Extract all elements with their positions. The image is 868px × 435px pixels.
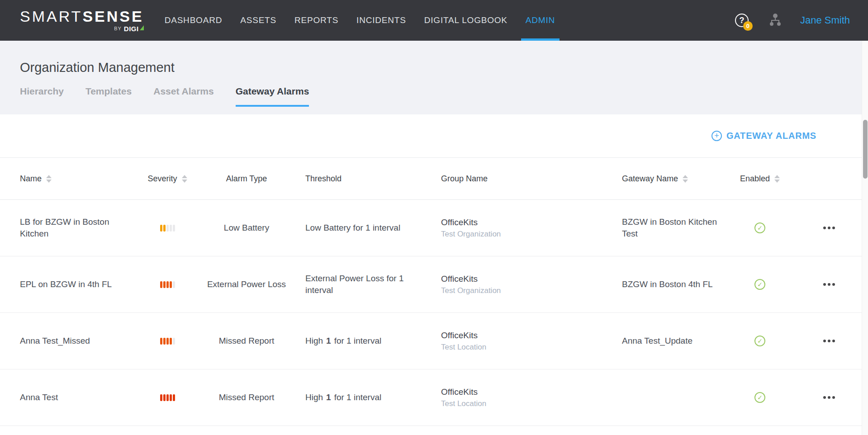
gateway-alarms-table: Name Severity Alarm Type Threshold Group… — [0, 157, 868, 426]
column-header-enabled[interactable]: Enabled — [724, 174, 796, 184]
navbar-right: ? 0 Jane Smith — [735, 13, 850, 28]
page-header: Organization Management Hierarchy Templa… — [0, 41, 868, 114]
enabled-check-icon: ✓ — [754, 279, 765, 290]
group-name: OfficeKits Test Location — [425, 330, 606, 352]
tab-gateway-alarms[interactable]: Gateway Alarms — [236, 86, 309, 107]
smartsense-logo[interactable]: SMARTSENSE BY DIGI — [20, 9, 144, 33]
column-label: Alarm Type — [226, 174, 267, 184]
nav-item-digital-logbook[interactable]: DIGITAL LOGBOOK — [424, 0, 508, 41]
alarm-type: Low Battery — [204, 222, 289, 234]
alarm-name: Anna Test_Missed — [20, 335, 131, 347]
column-label: Name — [20, 174, 42, 184]
column-header-severity[interactable]: Severity — [131, 174, 204, 184]
column-label: Gateway Name — [622, 174, 678, 184]
nav-item-reports[interactable]: REPORTS — [294, 0, 338, 41]
threshold: External Power Loss for 1 interval — [289, 273, 425, 296]
digi-flag-icon — [140, 25, 144, 30]
threshold: Low Battery for 1 interval — [289, 222, 425, 234]
enabled-check-icon: ✓ — [754, 392, 765, 403]
severity-indicator — [160, 281, 175, 288]
table-row: LB for BZGW in Boston Kitchen Low Batter… — [0, 200, 868, 256]
plus-circle-icon: + — [711, 131, 722, 141]
help-button[interactable]: ? 0 — [735, 14, 749, 27]
row-actions-menu-button[interactable] — [821, 337, 838, 345]
row-actions-menu-button[interactable] — [821, 280, 838, 288]
enabled-check-icon: ✓ — [754, 222, 765, 233]
nav-item-assets[interactable]: ASSETS — [240, 0, 276, 41]
severity-indicator — [160, 394, 175, 401]
alarm-name: EPL on BZGW in 4th FL — [20, 279, 131, 290]
nav-item-incidents[interactable]: INCIDENTS — [356, 0, 406, 41]
severity-indicator — [160, 338, 175, 345]
enabled-check-icon: ✓ — [754, 336, 765, 346]
column-label: Severity — [147, 174, 177, 184]
group-name: OfficeKits Test Organization — [425, 274, 606, 296]
vertical-scrollbar[interactable] — [862, 41, 868, 435]
column-label: Enabled — [740, 174, 770, 184]
alarm-name: LB for BZGW in Boston Kitchen — [20, 216, 131, 240]
table-row: Anna Test Missed Report High1for 1 inter… — [0, 369, 868, 426]
group-subtitle: Test Organization — [441, 286, 606, 296]
group-name: OfficeKits Test Organization — [425, 217, 606, 239]
main-nav: DASHBOARD ASSETS REPORTS INCIDENTS DIGIT… — [165, 0, 555, 41]
sort-arrows-icon — [182, 175, 187, 183]
severity-indicator — [160, 225, 175, 232]
row-actions-menu-button[interactable] — [821, 393, 838, 402]
row-actions-menu-button[interactable] — [821, 224, 838, 232]
column-header-gateway-name[interactable]: Gateway Name — [606, 174, 724, 184]
scrollbar-thumb[interactable] — [863, 120, 868, 179]
alarm-type: Missed Report — [204, 392, 289, 403]
sort-arrows-icon — [774, 175, 780, 183]
group-name: OfficeKits Test Location — [425, 387, 606, 409]
tab-asset-alarms[interactable]: Asset Alarms — [153, 86, 213, 107]
nav-item-dashboard[interactable]: DASHBOARD — [165, 0, 223, 41]
table-toolbar: + GATEWAY ALARMS — [0, 114, 868, 157]
threshold: High1for 1 interval — [289, 335, 425, 347]
top-navbar: SMARTSENSE BY DIGI DASHBOARD ASSETS REPO… — [0, 0, 868, 41]
threshold: High1for 1 interval — [289, 392, 425, 403]
nav-item-admin[interactable]: ADMIN — [526, 0, 555, 41]
page-title: Organization Management — [20, 59, 868, 76]
alarm-type: Missed Report — [204, 335, 289, 347]
column-header-alarm-type: Alarm Type — [204, 174, 289, 184]
gateway-name: BZGW in Boston 4th FL — [606, 279, 724, 290]
help-badge: 0 — [743, 21, 753, 31]
table-row: EPL on BZGW in 4th FL External Power Los… — [0, 256, 868, 313]
gateway-name: Anna Test_Update — [606, 335, 724, 347]
logo-byline: BY DIGI — [114, 25, 144, 33]
group-subtitle: Test Organization — [441, 229, 606, 239]
group-subtitle: Test Location — [441, 342, 606, 352]
sort-arrows-icon — [46, 175, 52, 183]
table-header-row: Name Severity Alarm Type Threshold Group… — [0, 157, 868, 200]
tab-hierarchy[interactable]: Hierarchy — [20, 86, 64, 107]
alarm-type: External Power Loss — [204, 279, 289, 290]
logo-wordmark: SMARTSENSE — [20, 9, 144, 24]
tab-bar: Hierarchy Templates Asset Alarms Gateway… — [20, 86, 868, 107]
column-header-name[interactable]: Name — [20, 174, 131, 184]
alarm-name: Anna Test — [20, 392, 131, 403]
table-row: Anna Test_Missed Missed Report High1for … — [0, 313, 868, 369]
column-label: Group Name — [441, 174, 488, 184]
gateway-name: BZGW in Boston Kitchen Test — [606, 216, 724, 240]
org-hierarchy-icon[interactable] — [768, 13, 783, 28]
tab-templates[interactable]: Templates — [85, 86, 132, 107]
add-gateway-alarms-label: GATEWAY ALARMS — [726, 131, 816, 141]
add-gateway-alarms-button[interactable]: + GATEWAY ALARMS — [711, 131, 816, 141]
group-subtitle: Test Location — [441, 399, 606, 409]
column-header-group-name: Group Name — [425, 174, 606, 184]
user-menu[interactable]: Jane Smith — [800, 14, 850, 26]
column-label: Threshold — [305, 174, 342, 184]
column-header-threshold: Threshold — [289, 174, 425, 184]
sort-arrows-icon — [683, 175, 688, 183]
